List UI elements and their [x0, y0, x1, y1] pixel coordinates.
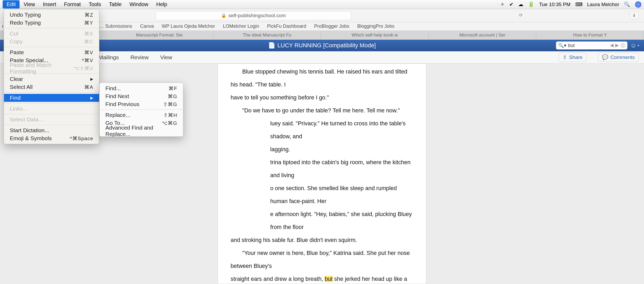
reload-icon[interactable]: ⟳ — [519, 13, 522, 18]
search-value: but — [568, 43, 575, 48]
menu-item[interactable]: Paste⌘V — [4, 48, 99, 56]
keyboard-icon[interactable]: ⌨︎ — [575, 1, 582, 7]
status-cloud-icon[interactable]: ☁︎ — [518, 1, 523, 7]
search-next-icon[interactable]: ▶ — [615, 42, 619, 49]
body-text: and stroking his sable fur. Blue didn't … — [231, 234, 413, 247]
menu-item[interactable]: Find...⌘F — [100, 84, 183, 92]
fav-item[interactable]: PickFu Dashboard — [267, 24, 306, 29]
menu-table[interactable]: Table — [105, 0, 126, 8]
menu-item[interactable]: Redo Typing⌘Y — [4, 19, 99, 27]
url-field[interactable]: 🔒 self-publishingschool.com — [156, 11, 351, 20]
document-page[interactable]: Blue stopped chewing his tennis ball. He… — [218, 63, 426, 284]
comment-icon: 💬 — [602, 54, 608, 60]
downloads-button[interactable]: ⬇︎ — [630, 12, 639, 20]
edit-dropdown: Undo Typing⌘ZRedo Typing⌘YCut⌘XCopy⌘CPas… — [4, 9, 99, 144]
menu-view[interactable]: View — [20, 0, 39, 8]
safari-tab[interactable]: Manuscript Format: Ste — [106, 31, 213, 39]
body-text: "Do we have to go under the table? Tell … — [231, 104, 413, 117]
menu-item[interactable]: Undo Typing⌘Z — [4, 11, 99, 19]
menu-insert[interactable]: Insert — [39, 0, 60, 8]
safari-tab[interactable]: The Ideal Manuscript Fo — [213, 31, 321, 39]
clock[interactable]: Tue 10:35 PM — [539, 2, 571, 7]
status-check-icon[interactable]: ✔︎ — [509, 1, 514, 7]
menu-item[interactable]: Advanced Find and Replace... — [100, 127, 183, 135]
menu-item[interactable]: Find Previous⇧⌘G — [100, 100, 183, 108]
menu-item: Paste and Match Formatting⌥⇧⌘V — [4, 64, 99, 72]
ribbon-tab-mailings[interactable]: Mailings — [99, 54, 119, 61]
safari-tab[interactable]: Which self-help book w — [321, 31, 429, 39]
fav-item[interactable]: LOMelchor Login — [223, 24, 259, 29]
safari-tab[interactable]: Microsoft account | Ser — [429, 31, 536, 39]
fav-item[interactable]: WP Laura Ojeda Melchor — [162, 24, 215, 29]
doc-icon: 📄 — [268, 42, 275, 49]
body-text: e afternoon light. "Hey, babies," she sa… — [231, 208, 413, 234]
mac-menubar: Edit View Insert Format Tools Table Wind… — [0, 0, 644, 9]
menu-item[interactable]: Replace...⇧⌘H — [100, 111, 183, 119]
menu-item: Links... — [4, 105, 99, 113]
menu-item[interactable]: Find Next⌘G — [100, 92, 183, 100]
emoji-button[interactable]: ☺ ▾ — [630, 42, 639, 49]
find-submenu: Find...⌘FFind Next⌘GFind Previous⇧⌘GRepl… — [99, 83, 183, 137]
spotlight-icon[interactable]: 🔍 — [624, 1, 630, 7]
menu-help[interactable]: Help — [152, 0, 171, 8]
menu-item[interactable]: Emoji & Symbols^⌘Space — [4, 134, 99, 142]
ribbon-tab-review[interactable]: Review — [130, 54, 149, 61]
search-icon: 🔍▾ — [558, 43, 566, 48]
body-text: lagging. — [231, 143, 413, 156]
share-icon: ⇪ — [563, 54, 567, 60]
body-text: trina tiptoed into the cabin's big room,… — [231, 156, 413, 182]
share-button[interactable]: ⇪Share — [559, 53, 586, 62]
safari-tab[interactable]: How to Format Y — [536, 31, 644, 39]
menu-item: Select Data... — [4, 116, 99, 123]
user-name[interactable]: Laura Melchor — [587, 2, 619, 7]
menu-item[interactable]: Start Dictation... — [4, 126, 99, 134]
fav-item[interactable]: Canva — [140, 24, 154, 29]
fav-item[interactable]: ProBlogger Jobs — [314, 24, 349, 29]
status-icon[interactable]: ✧ — [500, 1, 505, 7]
body-text: straight ears and drew a long breath, bu… — [231, 273, 413, 284]
menu-item: Copy⌘C — [4, 38, 99, 45]
body-text: "Your new owner is here, Blue boy," Katr… — [231, 247, 413, 273]
body-text: Blue stopped chewing his tennis ball. He… — [231, 65, 413, 91]
body-text: have to tell you something before I go." — [231, 91, 413, 104]
body-text: o one section. She smelled like sleep an… — [231, 182, 413, 208]
word-search-field[interactable]: 🔍▾ but ◀ ▶ ⓧ — [556, 42, 627, 49]
body-text: luey said. "Privacy." He turned to cross… — [231, 117, 413, 143]
siri-icon[interactable] — [635, 1, 641, 8]
menu-tools[interactable]: Tools — [85, 0, 105, 8]
menu-window[interactable]: Window — [125, 0, 152, 8]
search-prev-icon[interactable]: ◀ — [610, 42, 614, 49]
search-highlight: but — [325, 276, 333, 282]
search-clear-icon[interactable]: ⓧ — [620, 42, 625, 49]
lock-icon: 🔒 — [221, 13, 226, 18]
menu-item[interactable]: Clear▶ — [4, 75, 99, 83]
menu-format[interactable]: Format — [60, 0, 85, 8]
doc-title: LUCY RUNNING [Compatibility Mode] — [277, 42, 376, 49]
ribbon-tab-view[interactable]: View — [160, 54, 172, 61]
comments-button[interactable]: 💬Comments — [598, 53, 639, 62]
fav-item[interactable]: BloggingPro Jobs — [357, 24, 394, 29]
menu-item[interactable]: Find▶ — [4, 94, 99, 102]
menu-edit[interactable]: Edit — [3, 0, 20, 8]
battery-icon[interactable]: 🔋 — [528, 1, 534, 7]
menu-item[interactable]: Select All⌘A — [4, 83, 99, 91]
menu-item: Cut⌘X — [4, 30, 99, 38]
url-text: self-publishingschool.com — [228, 13, 286, 19]
